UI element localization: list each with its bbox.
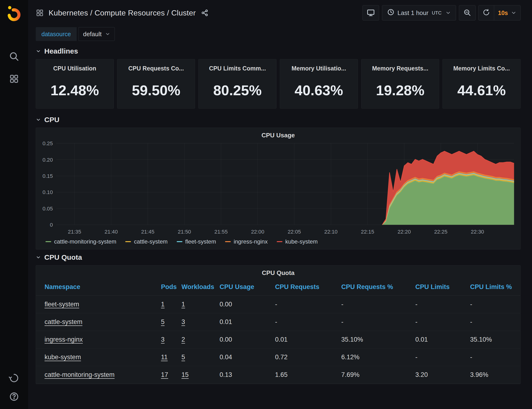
svg-text:0.25: 0.25: [43, 141, 53, 146]
cell-workloads: 2: [179, 331, 217, 348]
cell-workloads: 15: [179, 366, 217, 383]
time-range-picker[interactable]: Last 1 hour UTC: [382, 5, 456, 20]
cell-link-namespace[interactable]: kube-system: [45, 353, 81, 361]
cpu-usage-chart: 00.050.100.150.200.2521:3521:4021:4521:5…: [36, 141, 520, 237]
cell-cpu-requests-pct: -: [339, 313, 413, 331]
table-row: fleet-system110.00----: [36, 296, 520, 313]
svg-text:0.05: 0.05: [43, 206, 53, 212]
legend-item[interactable]: fleet-system: [177, 238, 216, 245]
cell-link-workloads[interactable]: 15: [181, 371, 189, 378]
legend-item[interactable]: cattle-monitoring-system: [46, 238, 116, 245]
section-cpu-quota[interactable]: CPU Quota: [36, 253, 521, 261]
column-header-namespace[interactable]: Namespace: [36, 279, 159, 296]
cell-link-namespace[interactable]: fleet-system: [45, 301, 79, 308]
refresh-button[interactable]: [479, 5, 494, 20]
column-header-cpu-requests-pct[interactable]: CPU Requests %: [339, 279, 413, 296]
column-header-cpu-limits[interactable]: CPU Limits: [413, 279, 468, 296]
cell-cpu-requests-pct: 6.12%: [339, 348, 413, 366]
cell-link-pods[interactable]: 5: [161, 318, 165, 325]
cell-cpu-requests: -: [273, 313, 339, 331]
cell-link-pods[interactable]: 3: [161, 336, 165, 343]
dashboards-icon[interactable]: [9, 74, 19, 84]
section-label: Headlines: [44, 47, 78, 55]
cell-link-workloads[interactable]: 3: [181, 318, 185, 325]
cycle-view-button[interactable]: [363, 5, 379, 20]
stat-value: 80.25%: [199, 82, 276, 99]
cell-link-pods[interactable]: 11: [161, 353, 168, 361]
grafana-logo[interactable]: [5, 5, 23, 23]
legend-color-swatch: [46, 241, 51, 242]
stat-panel: Memory Limits Co... 44.61%: [442, 59, 521, 109]
legend-label: cattle-monitoring-system: [54, 238, 116, 245]
dashboard-main: Kubernetes / Compute Resources / Cluster: [28, 0, 532, 384]
share-icon[interactable]: [201, 9, 209, 17]
section-cpu[interactable]: CPU: [36, 116, 521, 124]
cell-link-namespace[interactable]: cattle-system: [45, 318, 82, 325]
cell-cpu-usage: 0.00: [217, 331, 273, 348]
cell-cpu-requests: 1.65: [273, 366, 339, 383]
zoom-out-button[interactable]: [459, 5, 476, 20]
header-toolbar: Last 1 hour UTC: [363, 5, 521, 20]
table-row: cattle-monitoring-system17150.131.657.69…: [36, 366, 520, 383]
cell-link-workloads[interactable]: 5: [181, 353, 185, 361]
svg-text:21:55: 21:55: [214, 229, 228, 235]
stat-title: CPU Limits Comm...: [199, 65, 276, 72]
svg-text:0.15: 0.15: [43, 173, 53, 179]
datasource-select[interactable]: default: [79, 27, 115, 41]
legend-item[interactable]: cattle-system: [125, 238, 168, 245]
stat-title: Memory Requests...: [362, 65, 439, 72]
cell-link-pods[interactable]: 1: [161, 301, 165, 308]
legend-item[interactable]: ingress-nginx: [225, 238, 268, 245]
cell-cpu-requests-pct: -: [339, 296, 413, 313]
cell-link-workloads[interactable]: 2: [181, 336, 185, 343]
section-label: CPU: [44, 116, 59, 124]
refresh-interval-dropdown[interactable]: 10s: [494, 5, 520, 20]
page-header: Kubernetes / Compute Resources / Cluster: [36, 0, 521, 26]
cell-link-namespace[interactable]: cattle-monitoring-system: [45, 371, 114, 378]
cell-namespace: cattle-system: [36, 313, 159, 331]
stat-value: 40.63%: [280, 82, 358, 99]
cell-link-workloads[interactable]: 1: [181, 301, 185, 308]
stat-title: CPU Utilisation: [36, 65, 114, 72]
legend-item[interactable]: kube-system: [277, 238, 318, 245]
cell-cpu-requests: 0.01: [273, 331, 339, 348]
cell-cpu-limits-pct: -: [468, 296, 520, 313]
refresh-interval-label: 10s: [498, 9, 508, 16]
cell-cpu-limits: -: [413, 348, 468, 366]
cell-link-namespace[interactable]: ingress-nginx: [45, 336, 83, 343]
help-icon[interactable]: [9, 391, 19, 402]
clock-icon: [387, 8, 395, 18]
column-header-cpu-limits-pct[interactable]: CPU Limits %: [468, 279, 520, 296]
cpu-quota-panel: CPU Quota NamespacePodsWorkloadsCPU Usag…: [36, 265, 521, 384]
legend-color-swatch: [177, 241, 182, 242]
column-header-workloads[interactable]: Workloads: [179, 279, 217, 296]
stat-panel: Memory Utilisatio... 40.63%: [280, 59, 358, 109]
cell-pods: 3: [159, 331, 179, 348]
column-header-pods[interactable]: Pods: [159, 279, 179, 296]
column-header-cpu-requests[interactable]: CPU Requests: [273, 279, 339, 296]
chevron-down-icon: [445, 10, 451, 16]
sidebar: [0, 0, 28, 409]
cell-link-pods[interactable]: 17: [161, 371, 168, 378]
svg-text:22:00: 22:00: [251, 229, 264, 235]
svg-text:21:40: 21:40: [104, 229, 118, 235]
search-icon[interactable]: [9, 51, 19, 62]
svg-text:0: 0: [50, 222, 53, 228]
cell-pods: 1: [159, 296, 179, 313]
column-header-cpu-usage[interactable]: CPU Usage: [217, 279, 273, 296]
sign-in-icon[interactable]: [9, 373, 19, 383]
cell-cpu-limits-pct: 3.96%: [468, 366, 520, 383]
chart-legend: cattle-monitoring-systemcattle-systemfle…: [36, 237, 520, 249]
cell-cpu-limits: 0.01: [413, 331, 468, 348]
stat-panel: Memory Requests... 19.28%: [361, 59, 439, 109]
cell-namespace: cattle-monitoring-system: [36, 366, 159, 383]
svg-text:22:10: 22:10: [324, 229, 338, 235]
cell-namespace: ingress-nginx: [36, 331, 159, 348]
table-row: ingress-nginx320.000.0135.10%0.0135.10%: [36, 331, 520, 348]
section-headlines[interactable]: Headlines: [36, 47, 521, 55]
legend-color-swatch: [125, 241, 131, 242]
cell-cpu-usage: 0.00: [217, 296, 273, 313]
section-label: CPU Quota: [44, 253, 82, 261]
dashboard-submenu: datasource default: [36, 27, 521, 41]
cell-pods: 11: [159, 348, 179, 366]
